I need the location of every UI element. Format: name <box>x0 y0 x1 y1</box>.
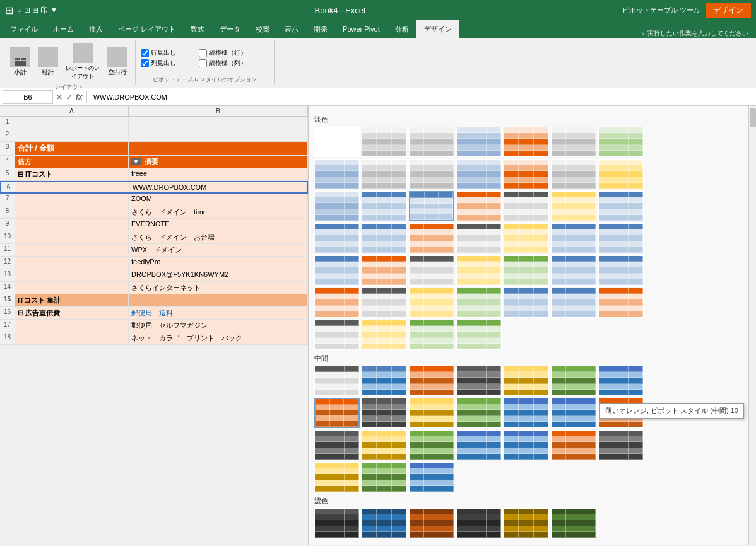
row-6-col-a[interactable] <box>16 182 130 192</box>
tab-page-layout[interactable]: ページ レイアウト <box>110 20 183 38</box>
row-headers-checkbox[interactable] <box>141 49 149 57</box>
subtotal-button[interactable]: 小計 <box>8 45 33 78</box>
row-9-col-b[interactable]: EVERNOTE <box>129 219 308 231</box>
row-4-col-a[interactable]: 借方 <box>15 156 129 168</box>
scrollbar-thumb[interactable] <box>750 108 756 127</box>
row-17-col-b[interactable]: 郵便局 セルフマガジン <box>129 320 308 332</box>
tab-file[interactable]: ファイル <box>3 20 45 38</box>
pivot-style-item[interactable] <box>504 288 549 318</box>
pivot-style-item[interactable] <box>504 223 549 253</box>
pivot-style-item[interactable] <box>409 223 454 253</box>
pivot-style-item[interactable] <box>314 223 360 253</box>
pivot-style-item[interactable] <box>362 366 407 396</box>
pivot-style-item[interactable] <box>456 508 502 538</box>
tab-formula[interactable]: 数式 <box>183 20 212 38</box>
pivot-style-item[interactable] <box>314 255 360 286</box>
pivot-style-item[interactable] <box>504 127 549 157</box>
cell-reference-input[interactable] <box>3 90 53 104</box>
row-16-col-b[interactable]: 郵便局 送料 <box>129 307 308 319</box>
pivot-style-item[interactable] <box>314 508 360 538</box>
pivot-style-item[interactable] <box>456 223 502 253</box>
pivot-style-item[interactable] <box>598 430 644 460</box>
pivot-style-item[interactable] <box>551 366 596 396</box>
pivot-style-item[interactable] <box>551 191 596 221</box>
pivot-style-item[interactable] <box>314 320 360 350</box>
confirm-formula-icon[interactable]: ✓ <box>66 92 73 102</box>
row-5-col-b[interactable]: freee <box>129 168 308 180</box>
pivot-style-item[interactable] <box>551 508 596 538</box>
row-16-col-a[interactable]: ⊟ 広告宣伝費 <box>15 307 129 319</box>
row-9-col-a[interactable] <box>15 219 129 231</box>
row-11-col-b[interactable]: WPX ドメイン <box>129 244 308 256</box>
pivot-style-item[interactable] <box>598 191 644 221</box>
scrollbar-track[interactable] <box>748 106 756 545</box>
pivot-style-item[interactable] <box>504 191 549 221</box>
design-tab-active[interactable]: デザイン <box>706 3 751 18</box>
total-button[interactable]: 総計 <box>35 45 61 78</box>
pivot-style-item[interactable] <box>598 223 644 253</box>
banded-cols-checkbox[interactable] <box>199 59 207 67</box>
check-banded-rows[interactable]: 縞模様（行） <box>199 49 247 57</box>
row-12-col-a[interactable] <box>15 257 129 269</box>
pivot-style-item[interactable] <box>314 191 360 221</box>
check-row-headers[interactable]: 行見出し <box>141 49 189 57</box>
pivot-style-item[interactable] <box>551 288 596 318</box>
pivot-style-item[interactable] <box>504 255 549 286</box>
pivot-style-item[interactable] <box>504 398 549 428</box>
row-15-col-a[interactable]: ITコスト 集計 <box>15 294 129 306</box>
pivot-style-item[interactable] <box>314 288 360 318</box>
pivot-style-item[interactable] <box>551 159 596 189</box>
row-3-col-a[interactable]: 合計 / 金額 <box>15 142 129 155</box>
row-8-col-b[interactable]: さくら ドメイン time <box>129 206 308 218</box>
pivot-style-item[interactable] <box>362 223 407 253</box>
pivot-style-item[interactable] <box>409 320 454 350</box>
pivot-style-item[interactable] <box>409 508 454 538</box>
tab-design[interactable]: デザイン <box>416 20 459 38</box>
tab-analyze[interactable]: 分析 <box>387 20 416 38</box>
row-10-col-a[interactable] <box>15 231 129 243</box>
pivot-style-item[interactable] <box>314 462 360 492</box>
row-4-col-b[interactable]: ▼ 摘要 <box>129 156 308 168</box>
row-10-col-b[interactable]: さくら ドメイン お台場 <box>129 231 308 243</box>
row-7-col-b[interactable]: ZOOM <box>129 194 308 206</box>
tab-view[interactable]: 表示 <box>277 20 306 38</box>
pivot-style-item[interactable] <box>314 159 360 189</box>
pivot-style-item[interactable] <box>504 366 549 396</box>
tab-home[interactable]: ホーム <box>45 20 81 38</box>
tab-insert[interactable]: 挿入 <box>81 20 110 38</box>
pivot-style-item[interactable] <box>409 127 454 157</box>
pivot-style-item[interactable] <box>551 223 596 253</box>
pivot-style-item[interactable] <box>598 159 644 189</box>
formula-input[interactable] <box>91 93 753 101</box>
pivot-style-item[interactable] <box>456 366 502 396</box>
pivot-style-item[interactable] <box>598 288 644 318</box>
row-17-col-a[interactable] <box>15 320 129 332</box>
pivot-style-item[interactable] <box>504 430 549 460</box>
row-13-col-b[interactable]: DROPBOX@F5YK1KN6WYM2 <box>129 269 308 281</box>
row-1-col-b[interactable] <box>129 117 308 129</box>
tab-dev[interactable]: 開発 <box>306 20 335 38</box>
filter-icon[interactable]: ▼ <box>131 158 141 165</box>
help-search[interactable]: ♀ 実行したい作業を入力してください <box>636 29 753 38</box>
pivot-style-item[interactable] <box>504 508 549 538</box>
blank-row-button[interactable]: 空白行 <box>105 45 130 78</box>
pivot-style-item[interactable] <box>314 430 360 460</box>
insert-function-icon[interactable]: fx <box>76 93 83 102</box>
row-8-col-a[interactable] <box>15 206 129 218</box>
pivot-style-item[interactable] <box>362 462 407 492</box>
pivot-style-item[interactable] <box>362 127 407 157</box>
tab-data[interactable]: データ <box>212 20 248 38</box>
report-layout-button[interactable]: レポートのレイアウト <box>63 42 102 82</box>
pivot-style-item[interactable] <box>314 366 360 396</box>
row-15-col-b[interactable] <box>129 294 308 306</box>
row-2-col-a[interactable] <box>15 129 129 141</box>
pivot-style-item[interactable] <box>362 320 407 350</box>
pivot-style-item[interactable] <box>409 430 454 460</box>
tab-power-pivot[interactable]: Power Pivot <box>335 20 387 38</box>
pivot-style-item[interactable] <box>551 127 596 157</box>
pivot-style-item[interactable] <box>598 366 644 396</box>
pivot-style-item[interactable] <box>598 127 644 157</box>
row-18-col-b[interactable]: ネット カラ゛ プリント バック <box>129 332 308 344</box>
row-1-col-a[interactable] <box>15 117 129 129</box>
pivot-style-item[interactable] <box>362 508 407 538</box>
